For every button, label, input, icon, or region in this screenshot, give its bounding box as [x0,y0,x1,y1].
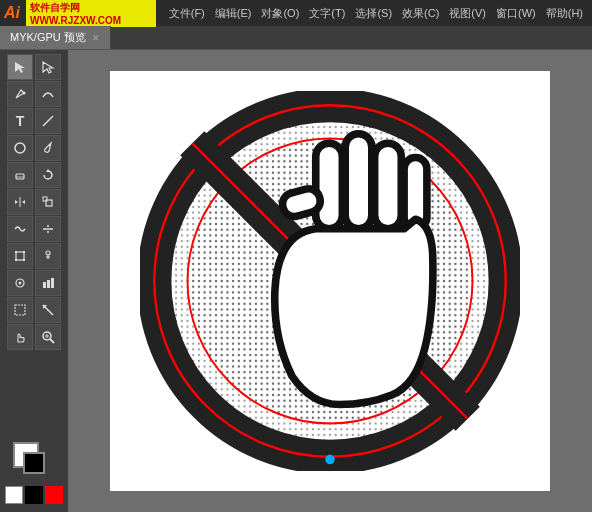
tool-row-9 [7,270,61,296]
svg-rect-5 [16,174,24,179]
svg-rect-17 [15,251,17,253]
svg-marker-1 [43,62,53,73]
fill-stroke-swatches[interactable] [13,442,55,480]
svg-rect-46 [375,143,402,229]
small-color-swatches [5,486,63,504]
svg-rect-16 [16,252,24,260]
svg-point-41 [325,455,335,465]
svg-rect-29 [15,305,25,315]
tab-label: MYK/GPU 预览 [10,30,86,45]
watermark-badge: 软件自学网 WWW.RJZXW.COM [26,0,156,27]
svg-point-21 [46,251,50,255]
svg-rect-27 [47,280,50,288]
svg-marker-0 [15,62,25,73]
tool-row-1 [7,54,61,80]
paintbrush-tool[interactable] [35,135,61,161]
svg-point-4 [15,143,25,153]
menu-view[interactable]: 视图(V) [444,4,491,23]
svg-point-2 [23,92,26,95]
svg-rect-19 [15,259,17,261]
pen-tool[interactable] [7,81,33,107]
menu-select[interactable]: 选择(S) [350,4,397,23]
svg-rect-45 [345,134,372,229]
tool-row-11 [7,324,61,350]
tool-row-6 [7,189,61,215]
width-tool[interactable] [35,216,61,242]
hand-tool[interactable] [7,324,33,350]
tab-bar: MYK/GPU 预览 ✕ [0,26,592,50]
left-toolbar: T [0,50,68,512]
warp-tool[interactable] [7,216,33,242]
svg-rect-20 [23,259,25,261]
menu-file[interactable]: 文件(F) [164,4,210,23]
menu-edit[interactable]: 编辑(E) [210,4,257,23]
rotate-tool[interactable] [35,162,61,188]
svg-rect-26 [43,282,46,288]
direct-select-tool[interactable] [35,54,61,80]
column-graph-tool[interactable] [35,270,61,296]
slice-tool[interactable] [35,297,61,323]
scale-tool[interactable] [35,189,61,215]
svg-rect-44 [316,143,343,229]
selection-tool[interactable] [7,54,33,80]
tool-row-3: T [7,108,61,134]
canvas-area [68,50,592,512]
stroke-swatch[interactable] [23,452,45,474]
puppet-warp-tool[interactable] [35,243,61,269]
zoom-tool[interactable] [35,324,61,350]
app-logo: Ai [4,5,20,21]
artboard-tool[interactable] [7,297,33,323]
symbol-sprayer-tool[interactable] [7,270,33,296]
color-swatches [1,438,67,508]
prohibition-sign-graphic [140,91,520,471]
tool-row-4 [7,135,61,161]
svg-rect-28 [51,278,54,288]
tool-row-7 [7,216,61,242]
menu-effect[interactable]: 效果(C) [397,4,444,23]
tab-close-button[interactable]: ✕ [92,33,100,43]
svg-rect-18 [23,251,25,253]
menu-type[interactable]: 文字(T) [304,4,350,23]
main-area: T [0,50,592,512]
svg-marker-10 [22,200,25,204]
red-swatch[interactable] [45,486,63,504]
curvature-tool[interactable] [35,81,61,107]
eraser-tool[interactable] [7,162,33,188]
svg-point-25 [19,282,22,285]
free-transform-tool[interactable] [7,243,33,269]
ellipse-tool[interactable] [7,135,33,161]
type-tool[interactable]: T [7,108,33,134]
tool-row-2 [7,81,61,107]
svg-line-3 [43,116,53,126]
none-swatch[interactable] [5,486,23,504]
mirror-tool[interactable] [7,189,33,215]
menubar: Ai 软件自学网 WWW.RJZXW.COM 文件(F) 编辑(E) 对象(O)… [0,0,592,26]
svg-rect-48 [280,186,323,219]
menu-help[interactable]: 帮助(H) [541,4,588,23]
artboard [110,71,550,491]
menu-object[interactable]: 对象(O) [256,4,304,23]
tool-row-5 [7,162,61,188]
black-swatch[interactable] [25,486,43,504]
line-tool[interactable] [35,108,61,134]
svg-line-33 [50,339,54,343]
tab-document[interactable]: MYK/GPU 预览 ✕ [0,26,111,49]
svg-marker-9 [15,200,18,204]
tool-row-8 [7,243,61,269]
tool-row-10 [7,297,61,323]
menu-window[interactable]: 窗口(W) [491,4,541,23]
